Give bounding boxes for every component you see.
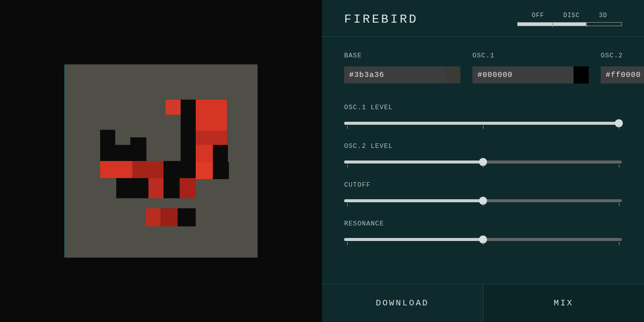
cutoff-label: CUTOFF [344, 181, 622, 189]
osc2-label: OSC.2 [601, 52, 644, 59]
header: FIREBIRD OFF DISC 3D [322, 0, 644, 37]
mode-labels: OFF DISC 3D [532, 12, 607, 19]
color-group-osc2: OSC.2 [601, 52, 644, 84]
download-button[interactable]: DOWNLOAD [322, 284, 483, 322]
osc2-color-input[interactable] [601, 66, 644, 84]
mode-divider [552, 22, 553, 27]
preview-panel [0, 0, 322, 322]
resonance-label: RESONANCE [344, 220, 622, 227]
mode-label-disc: DISC [564, 12, 580, 19]
slider-group-osc2-level: OSC.2 LEVEL [344, 142, 622, 167]
slider-group-resonance: RESONANCE [344, 220, 622, 245]
osc1-swatch[interactable] [574, 66, 589, 84]
osc2-level-slider[interactable] [344, 157, 622, 167]
osc1-level-slider[interactable] [344, 118, 622, 128]
mode-track[interactable] [517, 22, 622, 26]
mode-switch[interactable]: OFF DISC 3D [517, 12, 622, 26]
footer: DOWNLOAD MIX [322, 284, 644, 322]
osc1-label: OSC.1 [472, 52, 589, 59]
osc1-color-input[interactable] [472, 66, 574, 84]
controls: BASE OSC.1 OSC.2 [322, 37, 644, 284]
control-panel: FIREBIRD OFF DISC 3D BASE [322, 0, 644, 322]
resonance-slider[interactable] [344, 234, 622, 245]
mode-divider [587, 22, 587, 27]
mode-label-3d: 3D [599, 12, 607, 19]
base-color-input[interactable] [344, 66, 445, 84]
color-group-base: BASE [344, 52, 460, 84]
slider-group-cutoff: CUTOFF [344, 181, 622, 206]
osc2-level-label: OSC.2 LEVEL [344, 142, 622, 150]
base-label: BASE [344, 52, 460, 59]
base-swatch[interactable] [445, 66, 460, 84]
osc1-level-label: OSC.1 LEVEL [344, 104, 622, 111]
preview-canvas [64, 64, 258, 258]
color-group-osc1: OSC.1 [472, 52, 589, 84]
color-row: BASE OSC.1 OSC.2 [344, 52, 622, 84]
slider-group-osc1-level: OSC.1 LEVEL [344, 104, 622, 128]
mode-label-off: OFF [532, 12, 544, 19]
mix-button[interactable]: MIX [483, 284, 645, 322]
cutoff-slider[interactable] [344, 196, 622, 206]
preset-title: FIREBIRD [344, 13, 418, 26]
